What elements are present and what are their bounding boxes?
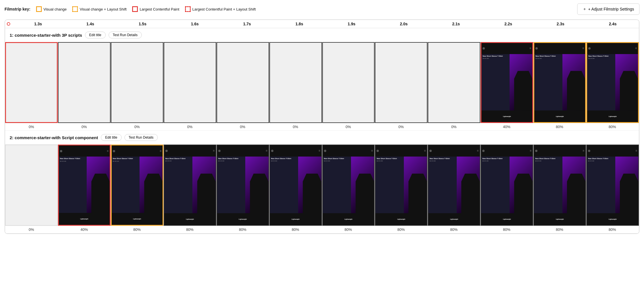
frame-cell: ☰ New Short Sleeve T-Shirt $25.99 USD Li… [533,42,586,123]
frame-thumbnail [428,42,480,123]
frame-thumbnail: ☰ New Short Sleeve T-Shirt $25.99 USD Li… [111,145,163,225]
frame-cell: ☰ New Short Sleeve T-Shirt $25.99 USD Li… [481,42,533,123]
frame-thumbnail: ☰ New Short Sleeve T-Shirt $25.99 USD Li… [217,145,269,225]
frame-cell [428,42,481,123]
time-label: 2.4s [587,22,639,26]
frame-cell: ☰ New Short Sleeve T-Shirt $25.99 USD Li… [375,145,428,225]
frame-cell: ☰ New Short Sleeve T-Shirt $25.99 USD Li… [217,145,269,225]
main-container: 1.3s1.4s1.5s1.6s1.7s1.8s1.9s2.0s2.1s2.2s… [5,19,639,234]
frame-pct: 80% [216,226,269,233]
frame-cell: ☰ New Short Sleeve T-Shirt $25.99 USD Li… [111,145,164,225]
frame-thumbnail [5,42,58,123]
frame-thumbnail [111,42,163,123]
section-2-frames: ☰ New Short Sleeve T-Shirt $25.99 USD Li… [5,144,639,225]
key-box-lcp-layout-shift [185,6,191,12]
frame-cell: ☰ New Short Sleeve T-Shirt $25.99 USD Li… [428,145,481,225]
frame-pct: 80% [428,226,481,233]
frame-thumbnail [58,42,111,123]
frame-cell [58,42,111,123]
top-bar: Filmstrip key: Visual change Visual chan… [5,3,639,15]
key-text-visual-change-layout-shift: Visual change + Layout Shift [80,7,126,11]
filmstrip-key-label: Filmstrip key: [5,7,30,11]
section-1-title: 1: commerce-starter-with 3P scripts [10,33,82,38]
frame-thumbnail: ☰ New Short Sleeve T-Shirt $25.99 USD Li… [322,145,375,225]
key-box-lcp [132,6,138,12]
frame-pct: 0% [269,123,322,130]
frame-cell: ☰ New Short Sleeve T-Shirt $25.99 USD Li… [481,145,533,225]
frame-cell [5,145,58,225]
timeline-labels: 1.3s1.4s1.5s1.6s1.7s1.8s1.9s2.0s2.1s2.2s… [5,22,639,26]
key-text-lcp-layout-shift: Largest Contentful Paint + Layout Shift [192,7,256,11]
frame-pct: 40% [58,226,111,233]
frame-thumbnail: ☰ New Short Sleeve T-Shirt $25.99 USD Li… [481,42,533,123]
frame-cell [375,42,428,123]
frame-thumbnail: ☰ New Short Sleeve T-Shirt $25.99 USD Li… [533,145,586,225]
filmstrip-key: Filmstrip key: Visual change Visual chan… [5,6,256,12]
frame-cell: ☰ New Short Sleeve T-Shirt $25.99 USD Li… [533,145,586,225]
section-1: 1: commerce-starter-with 3P scripts Edit… [5,28,639,131]
key-box-visual-change [36,6,42,12]
frame-pct: 0% [5,226,58,233]
section-2-edit-title[interactable]: Edit title [101,134,122,141]
time-label: 2.0s [378,22,430,26]
key-item-lcp: Largest Contentful Paint [132,6,179,12]
frame-thumbnail [217,42,269,123]
frame-cell [111,42,164,123]
frame-pct: 80% [533,123,586,130]
frame-pct: 80% [586,226,639,233]
section-1-edit-title[interactable]: Edit title [85,32,106,38]
section-2: 2: commerce-starter-with Script componen… [5,131,639,233]
frame-pct: 80% [269,226,322,233]
frame-pct: 0% [58,123,111,130]
adjust-button-label: + Adjust Filmstrip Settings [588,7,634,11]
time-label: 1.9s [325,22,378,26]
time-label: 1.4s [64,22,117,26]
time-label: 1.8s [273,22,325,26]
section-1-header: 1: commerce-starter-with 3P scripts Edit… [5,28,639,42]
frame-pct: 0% [216,123,269,130]
time-label: 1.3s [12,22,64,26]
frame-pct: 0% [163,123,216,130]
section-2-header: 2: commerce-starter-with Script componen… [5,131,639,144]
key-text-lcp: Largest Contentful Paint [140,7,179,11]
frame-cell [217,42,269,123]
frame-cell: ☰ New Short Sleeve T-Shirt $25.99 USD Li… [164,145,217,225]
section-1-pct-row: 0%0%0%0%0%0%0%0%0%40%80%80% [5,123,639,130]
key-text-visual-change: Visual change [43,7,67,11]
frame-pct: 80% [322,226,375,233]
frame-cell [164,42,217,123]
key-item-visual-change: Visual change [36,6,67,12]
timeline-dot [7,22,10,26]
section-2-test-run[interactable]: Test Run Details [124,134,158,141]
frame-thumbnail [375,42,427,123]
section-1-test-run[interactable]: Test Run Details [109,32,142,38]
frame-thumbnail: ☰ New Short Sleeve T-Shirt $25.99 USD Li… [58,145,111,225]
adjust-filmstrip-button[interactable]: ＋ + Adjust Filmstrip Settings [577,3,639,15]
frame-cell: ☰ New Short Sleeve T-Shirt $25.99 USD Li… [58,145,111,225]
plus-icon: ＋ [583,7,587,12]
frame-pct: 80% [163,226,216,233]
frame-cell: ☰ New Short Sleeve T-Shirt $25.99 USD Li… [269,145,322,225]
frame-cell: ☰ New Short Sleeve T-Shirt $25.99 USD Li… [322,145,375,225]
frame-pct: 0% [428,123,481,130]
frame-cell: ☰ New Short Sleeve T-Shirt $25.99 USD Li… [586,42,639,123]
frame-thumbnail: ☰ New Short Sleeve T-Shirt $25.99 USD Li… [586,42,639,123]
frame-pct: 80% [586,123,639,130]
key-item-visual-change-layout-shift: Visual change + Layout Shift [72,6,126,12]
section-2-title: 2: commerce-starter-with Script componen… [10,135,98,140]
frame-pct: 80% [375,226,428,233]
frame-pct: 0% [322,123,375,130]
frame-cell [269,42,322,123]
frame-pct: 0% [5,123,58,130]
frame-pct: 80% [533,226,586,233]
frame-pct: 40% [480,123,533,130]
section-1-frames: ☰ New Short Sleeve T-Shirt $25.99 USD Li… [5,42,639,123]
frame-thumbnail [164,42,216,123]
time-label: 2.3s [534,22,587,26]
time-label: 1.6s [169,22,221,26]
frame-pct: 80% [111,226,164,233]
frame-thumbnail: ☰ New Short Sleeve T-Shirt $25.99 USD Li… [428,145,480,225]
time-label: 2.2s [482,22,534,26]
frame-thumbnail: ☰ New Short Sleeve T-Shirt $25.99 USD Li… [586,145,639,225]
frame-pct: 0% [111,123,164,130]
